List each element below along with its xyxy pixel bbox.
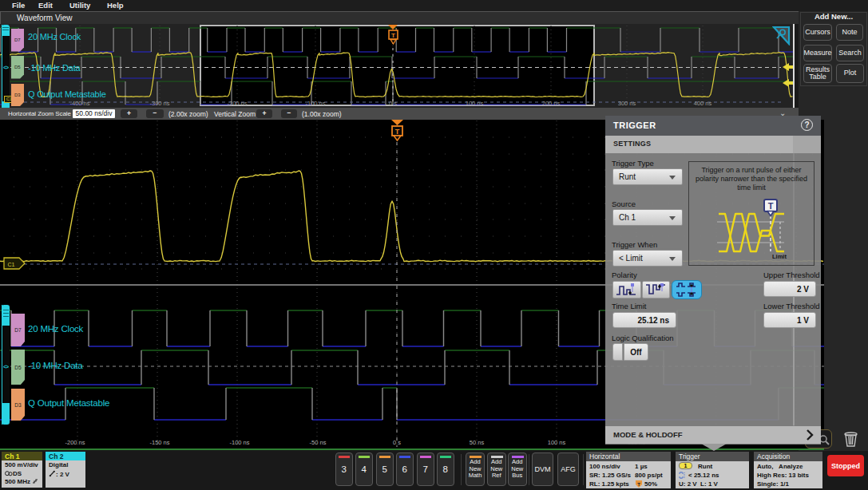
- svg-text:C1: C1: [8, 262, 15, 267]
- svg-text:Limit: Limit: [772, 253, 787, 260]
- svg-text:T: T: [395, 128, 400, 136]
- svg-text:T: T: [391, 32, 395, 39]
- svg-text:T: T: [637, 482, 640, 487]
- svg-text:T: T: [768, 201, 774, 211]
